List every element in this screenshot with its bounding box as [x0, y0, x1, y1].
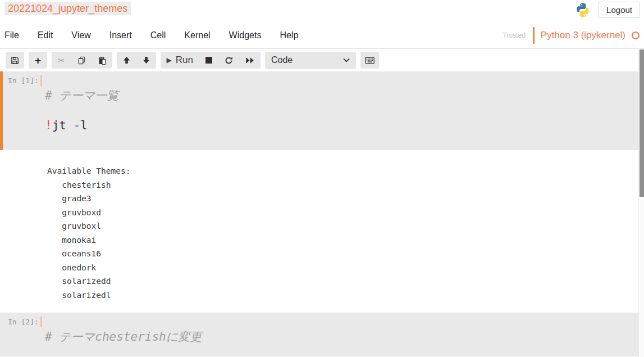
stop-icon	[205, 57, 212, 64]
code-cell-2[interactable]: In [2]: # テーマchesterishに変更	[0, 313, 638, 356]
interrupt-kernel-button[interactable]	[199, 52, 218, 69]
cell-output-area: Available Themes: chesterish grade3 gruv…	[0, 150, 638, 310]
header-right: Logout	[575, 2, 640, 18]
keyboard-icon	[365, 57, 374, 64]
menu-item-file[interactable]: File	[4, 30, 19, 40]
logout-button[interactable]: Logout	[599, 2, 640, 18]
menu-item-widgets[interactable]: Widgets	[229, 30, 262, 40]
kernel-idle-icon	[632, 31, 640, 39]
arrow-up-icon	[123, 56, 130, 64]
copy-icon	[77, 56, 86, 65]
run-button-label: Run	[176, 55, 193, 66]
input-prompt: In [2]:	[8, 317, 42, 327]
cell-type-dropdown[interactable]: Code	[265, 52, 356, 69]
cell-type-value: Code	[271, 55, 293, 65]
paste-button[interactable]	[92, 52, 112, 69]
copy-button[interactable]	[71, 52, 92, 69]
cut-button[interactable]: ✂	[52, 52, 71, 69]
plus-icon: +	[35, 55, 41, 66]
notebook-header: 20221024_jupyter_themes Logout	[0, 0, 644, 22]
save-button[interactable]	[6, 52, 24, 69]
input-prompt-label: In [1]:	[8, 76, 39, 85]
paste-icon	[98, 56, 106, 65]
save-icon	[11, 56, 19, 65]
edit-button-group: ✂	[52, 52, 112, 69]
kernel-name: Python 3 (ipykernel)	[541, 30, 625, 41]
menu-item-edit[interactable]: Edit	[38, 30, 53, 40]
add-cell-button[interactable]: +	[29, 52, 47, 69]
menu-item-view[interactable]: View	[71, 30, 90, 40]
arrow-down-icon	[143, 56, 150, 64]
menu-item-kernel[interactable]: Kernel	[184, 30, 210, 40]
notebook-title[interactable]: 20221024_jupyter_themes	[4, 2, 131, 15]
cell-output-text: Available Themes: chesterish grade3 gruv…	[0, 150, 638, 302]
restart-icon	[225, 56, 233, 65]
chevron-down-icon	[343, 58, 350, 62]
move-cell-down-button[interactable]	[136, 52, 156, 69]
input-prompt-label: In [2]:	[8, 318, 39, 326]
play-icon: ▶	[167, 56, 172, 64]
move-button-group	[117, 52, 156, 69]
python-logo-icon	[575, 2, 591, 18]
vertical-scrollbar[interactable]	[638, 49, 644, 357]
menu-item-insert[interactable]: Insert	[109, 30, 132, 40]
fast-forward-icon	[245, 57, 254, 64]
trusted-badge: Trusted	[503, 31, 526, 39]
restart-run-all-button[interactable]	[239, 52, 261, 69]
code-editor[interactable]: # テーマ一覧!jt -l	[3, 71, 638, 140]
toolbar: + ✂	[0, 49, 644, 71]
menu-right: Trusted Python 3 (ipykernel)	[503, 27, 641, 44]
run-button-group: ▶ Run	[161, 52, 261, 69]
scrollbar-thumb[interactable]	[640, 49, 644, 197]
jupyter-notebook-app: 20221024_jupyter_themes Logout File Edit…	[0, 0, 644, 357]
input-prompt: In [1]:	[8, 75, 42, 86]
restart-kernel-button[interactable]	[218, 52, 239, 69]
text-cursor	[40, 75, 42, 86]
code-editor[interactable]: # テーマchesterishに変更	[3, 313, 638, 351]
code-cell-1[interactable]: In [1]: # テーマ一覧!jt -l	[0, 71, 638, 150]
menu-bar: File Edit View Insert Cell Kernel Widget…	[0, 22, 644, 49]
move-cell-up-button[interactable]	[117, 52, 136, 69]
menu-item-help[interactable]: Help	[280, 30, 298, 40]
scissors-icon: ✂	[58, 56, 65, 65]
kernel-separator	[533, 27, 535, 44]
run-button[interactable]: ▶ Run	[161, 52, 199, 69]
text-cursor	[40, 317, 42, 327]
menu-item-cell[interactable]: Cell	[150, 30, 166, 40]
command-palette-button[interactable]	[360, 52, 379, 69]
